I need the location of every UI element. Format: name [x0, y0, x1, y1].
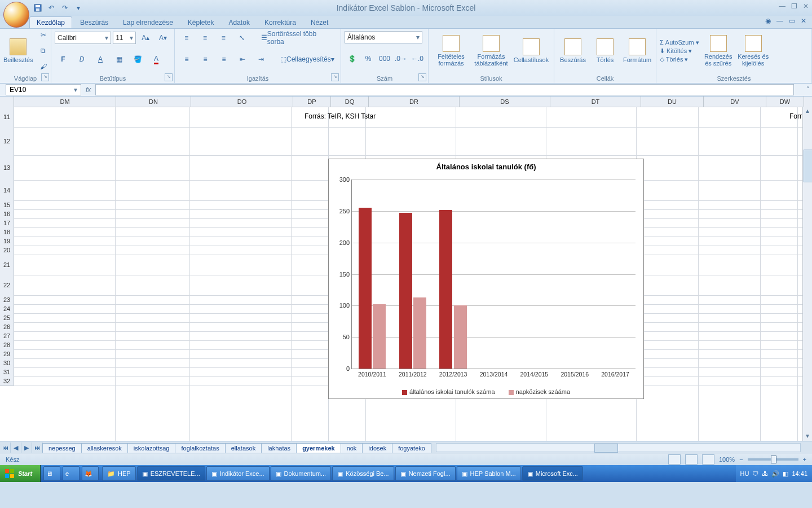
row-header-16[interactable]: 16	[0, 209, 14, 219]
col-header-DS[interactable]: DS	[460, 97, 550, 107]
font-name-combo[interactable]: Calibri▾	[55, 32, 111, 44]
delete-cells-button[interactable]: Törlés	[590, 38, 620, 63]
sort-filter-button[interactable]: Rendezés és szűrés	[703, 35, 734, 67]
align-right-icon[interactable]: ≡	[215, 52, 232, 66]
taskbar-item[interactable]: ▣Dokumentum...	[271, 466, 332, 481]
scroll-up-icon[interactable]: ▴	[803, 107, 812, 116]
taskbar-item[interactable]: ▣Közösségi Be...	[332, 466, 394, 481]
tray-network-icon[interactable]: 🖧	[762, 470, 768, 477]
row-header-31[interactable]: 31	[0, 367, 14, 377]
format-table-button[interactable]: Formázás táblázatként	[475, 35, 507, 67]
row-header-18[interactable]: 18	[0, 227, 14, 237]
tab-nav-first-icon[interactable]: ⏮	[0, 443, 11, 453]
sheet-tab-fogyateko[interactable]: fogyateko	[392, 443, 431, 453]
row-header-26[interactable]: 26	[0, 322, 14, 332]
align-left-icon[interactable]: ≡	[178, 52, 195, 66]
clear-button[interactable]: ◇ Törlés ▾	[660, 56, 699, 63]
number-launcher-icon[interactable]: ↘	[418, 73, 426, 81]
currency-icon[interactable]: 💲	[345, 52, 359, 65]
sheet-tab-lakhatas[interactable]: lakhatas	[261, 443, 297, 453]
ribbon-tab-adatok[interactable]: Adatok	[222, 17, 257, 28]
name-box[interactable]: EV10▾	[6, 84, 81, 95]
number-format-combo[interactable]: Általános▾	[345, 31, 422, 43]
sheet-tab-gyermekek[interactable]: gyermekek	[296, 443, 341, 453]
col-header-DU[interactable]: DU	[641, 97, 704, 107]
zoom-thumb[interactable]	[771, 456, 776, 463]
clipboard-launcher-icon[interactable]: ↘	[41, 73, 49, 81]
vertical-scrollbar[interactable]: ▴ ▾	[802, 107, 812, 441]
taskbar-item[interactable]: ▣ESZREVETELE...	[137, 466, 205, 481]
shrink-font-icon[interactable]: A▾	[155, 31, 171, 45]
taskbar-item[interactable]: 📁HEP	[102, 466, 136, 481]
help-icon[interactable]: ◉	[765, 17, 771, 25]
col-header-DN[interactable]: DN	[116, 97, 191, 107]
row-header-29[interactable]: 29	[0, 349, 14, 359]
ribbon-close-icon[interactable]: ✕	[801, 17, 806, 25]
wrap-text-button[interactable]: ☰ Sortöréssel több sorba	[258, 31, 337, 45]
bold-button[interactable]: F	[55, 52, 72, 66]
tray-more-icon[interactable]: ◧	[783, 470, 788, 478]
row-header-13[interactable]: 13	[0, 155, 14, 181]
scroll-thumb[interactable]	[804, 150, 812, 182]
select-all-corner[interactable]	[0, 97, 14, 107]
worksheet[interactable]: DMDNDODPDQDRDSDTDUDVDW 11121314151617181…	[0, 97, 812, 441]
sheet-tab-idosek[interactable]: idosek	[362, 443, 392, 453]
italic-button[interactable]: D	[73, 52, 90, 66]
row-header-22[interactable]: 22	[0, 275, 14, 296]
comma-icon[interactable]: 000	[377, 52, 392, 65]
col-header-DQ[interactable]: DQ	[331, 97, 369, 107]
tab-nav-last-icon[interactable]: ⏭	[32, 443, 43, 453]
percent-icon[interactable]: %	[361, 52, 376, 65]
row-header-24[interactable]: 24	[0, 304, 14, 314]
col-header-DR[interactable]: DR	[369, 97, 460, 107]
maximize-icon[interactable]: ❐	[791, 2, 797, 10]
ql-ie-icon[interactable]: e	[63, 466, 80, 481]
row-header-30[interactable]: 30	[0, 358, 14, 368]
formula-input[interactable]	[95, 84, 794, 95]
embedded-chart[interactable]: Általános iskolai tanulók (fő) 050100150…	[328, 159, 644, 399]
grow-font-icon[interactable]: A▴	[138, 31, 153, 45]
align-middle-icon[interactable]: ≡	[197, 31, 214, 45]
row-header-32[interactable]: 32	[0, 376, 14, 386]
qat-redo-icon[interactable]: ↷	[60, 3, 70, 13]
hscroll-thumb[interactable]	[594, 444, 618, 453]
col-header-DV[interactable]: DV	[704, 97, 766, 107]
row-header-28[interactable]: 28	[0, 340, 14, 350]
ql-firefox-icon[interactable]: 🦊	[82, 466, 99, 481]
sheet-tab-ellatasok[interactable]: ellatasok	[225, 443, 262, 453]
orientation-icon[interactable]: ⤡	[233, 31, 250, 45]
tab-nav-next-icon[interactable]: ▶	[21, 443, 32, 453]
sheet-tab-nok[interactable]: nok	[341, 443, 363, 453]
sheet-tab-iskolazottsag[interactable]: iskolazottsag	[127, 443, 176, 453]
ql-show-desktop-icon[interactable]: 🖥	[43, 466, 60, 481]
view-normal-icon[interactable]	[668, 454, 681, 465]
row-header-23[interactable]: 23	[0, 295, 14, 305]
sheet-tab-allaskeresok[interactable]: allaskeresok	[81, 443, 128, 453]
taskbar-item[interactable]: ▣HEP Sablon M...	[457, 466, 521, 481]
minimize-icon[interactable]: —	[779, 2, 785, 10]
sheet-tab-nepesseg[interactable]: nepesseg	[42, 443, 82, 453]
autosum-button[interactable]: Σ AutoSzum ▾	[660, 39, 699, 46]
font-size-combo[interactable]: 11▾	[113, 32, 136, 44]
cut-icon[interactable]: ✂	[35, 28, 52, 42]
row-header-14[interactable]: 14	[0, 180, 14, 201]
row-header-15[interactable]: 15	[0, 200, 14, 210]
ribbon-tab-képletek[interactable]: Képletek	[181, 17, 221, 28]
merge-button[interactable]: ⬚ Cellaegyesítés ▾	[277, 52, 337, 66]
conditional-format-button[interactable]: Feltételes formázás	[435, 35, 467, 67]
view-layout-icon[interactable]	[685, 454, 698, 465]
align-center-icon[interactable]: ≡	[197, 52, 214, 66]
indent-dec-icon[interactable]: ⇤	[234, 52, 251, 66]
col-header-DW[interactable]: DW	[766, 97, 804, 107]
inc-decimal-icon[interactable]: .0→	[394, 52, 408, 65]
ribbon-tab-beszúrás[interactable]: Beszúrás	[73, 17, 115, 28]
ribbon-tab-lap-elrendezése[interactable]: Lap elrendezése	[116, 17, 180, 28]
col-header-DO[interactable]: DO	[191, 97, 293, 107]
zoom-out-icon[interactable]: −	[739, 456, 743, 463]
qat-undo-icon[interactable]: ↶	[46, 3, 56, 13]
qat-more-icon[interactable]: ▾	[73, 3, 83, 13]
row-header-12[interactable]: 12	[0, 127, 14, 156]
row-header-17[interactable]: 17	[0, 218, 14, 228]
horizontal-scrollbar[interactable]	[436, 443, 801, 452]
row-header-27[interactable]: 27	[0, 331, 14, 341]
